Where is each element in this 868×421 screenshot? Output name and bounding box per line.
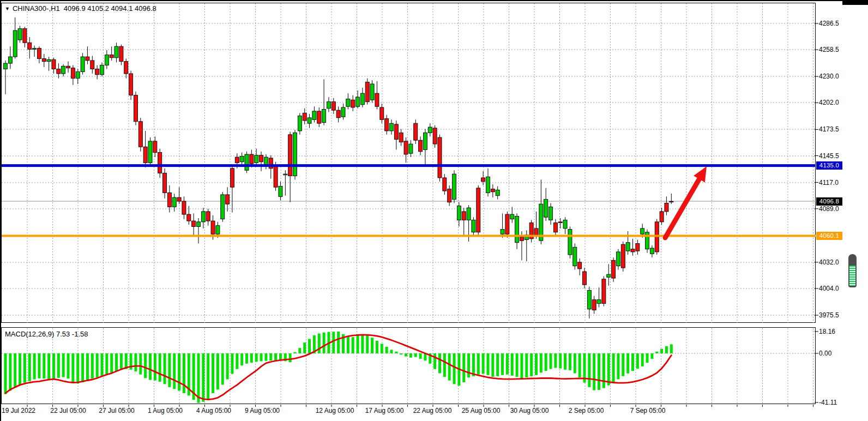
candle-body — [660, 212, 664, 222]
macd-histogram-bar — [308, 339, 311, 353]
macd-histogram-bar — [607, 353, 610, 386]
candle-body — [612, 260, 616, 278]
candle-body — [23, 28, 27, 43]
macd-histogram-bar — [9, 353, 11, 391]
macd-histogram-bar — [38, 353, 40, 378]
macd-histogram-bar — [33, 353, 36, 380]
candle-body — [370, 84, 374, 100]
price-axis-label: 4145.5 — [819, 152, 839, 160]
macd-histogram-bar — [636, 353, 639, 369]
macd-histogram-bar — [545, 353, 547, 371]
candle-body — [409, 144, 413, 153]
macd-histogram-bar — [120, 353, 123, 370]
macd-histogram-bar — [482, 353, 485, 374]
price-axis-label: 4032.0 — [819, 258, 839, 266]
candle-body — [390, 123, 394, 131]
macd-histogram-bar — [23, 353, 26, 383]
macd-histogram-bar — [631, 353, 634, 371]
macd-histogram-bar — [390, 350, 393, 353]
candle-body — [626, 243, 630, 251]
macd-histogram-bar — [487, 353, 490, 375]
candle-body — [520, 237, 523, 240]
candle-body — [341, 107, 345, 117]
chart-canvas: 4286.54258.54230.04202.04173.54145.54117… — [0, 0, 868, 421]
candle-body — [76, 72, 80, 79]
candle-body — [592, 300, 596, 310]
support-line[interactable] — [2, 234, 816, 237]
collapse-triangle-icon[interactable]: ▼ — [5, 6, 10, 11]
candle-body — [597, 300, 601, 304]
candle-body — [86, 57, 89, 61]
macd-histogram-bar — [617, 353, 619, 380]
candle-body — [385, 119, 389, 131]
macd-histogram-bar — [269, 353, 272, 360]
macd-histogram-bar — [212, 353, 214, 393]
scrollbar-thumb[interactable] — [848, 254, 857, 287]
macd-histogram-bar — [4, 353, 7, 394]
candle-body — [317, 111, 321, 123]
candle-body — [91, 61, 94, 69]
macd-histogram-bar — [650, 353, 653, 359]
time-axis-label: 22 Aug 05:00 — [413, 407, 452, 414]
macd-histogram-bar — [337, 332, 340, 353]
macd-histogram-bar — [144, 353, 147, 378]
candle-body — [477, 188, 480, 232]
macd-histogram-bar — [622, 353, 624, 376]
candle-body — [100, 65, 104, 75]
price-axis-label: 4173.5 — [819, 125, 839, 133]
macd-histogram-bar — [216, 353, 219, 389]
candle-body — [33, 49, 37, 50]
macd-histogram-bar — [96, 353, 99, 377]
macd-histogram-bar — [159, 353, 161, 382]
macd-histogram-bar — [347, 336, 349, 353]
resistance-line[interactable] — [2, 164, 816, 167]
candle-body — [443, 178, 447, 191]
macd-histogram-bar — [569, 353, 571, 370]
candle-body — [206, 212, 210, 221]
candle-body — [356, 97, 360, 106]
macd-histogram-bar — [318, 334, 321, 353]
candle-body — [501, 230, 504, 234]
resistance-price-badge: 4135.0 — [816, 161, 842, 170]
macd-histogram-bar — [303, 342, 306, 353]
candle-body — [534, 228, 538, 235]
candle-body — [549, 207, 553, 220]
macd-histogram-bar — [641, 353, 644, 366]
macd-histogram-bar — [357, 335, 359, 353]
macd-histogram-bar — [240, 353, 243, 365]
candle-body — [491, 189, 495, 192]
macd-histogram-bar — [164, 353, 166, 384]
candle-body — [245, 154, 249, 170]
macd-histogram-bar — [385, 347, 388, 353]
candle-body — [148, 141, 152, 163]
candle-body — [211, 221, 215, 234]
candle-body — [428, 127, 432, 133]
candle-body — [81, 57, 85, 72]
macd-histogram-bar — [81, 353, 84, 382]
macd-histogram-bar — [626, 353, 629, 374]
price-axis-label: 4202.0 — [819, 99, 839, 106]
macd-histogram-bar — [323, 333, 326, 353]
macd-histogram-bar — [443, 353, 446, 377]
chart-title: ▼CHINA300-,H1 4096.9 4105.2 4094.1 4096.… — [5, 4, 156, 13]
candle-body — [303, 113, 306, 121]
macd-histogram-bar — [593, 353, 595, 390]
candle-body — [279, 186, 282, 196]
macd-histogram-bar — [110, 353, 113, 372]
candle-body — [558, 222, 562, 223]
macd-histogram-bar — [255, 353, 258, 362]
candle-body — [110, 55, 113, 58]
macd-histogram-bar — [467, 353, 470, 377]
candle-body — [346, 99, 350, 106]
candle-body — [13, 31, 17, 57]
candle-body — [119, 46, 123, 62]
candle-body — [201, 212, 205, 222]
trend-arrow-shaft[interactable] — [665, 176, 701, 238]
macd-histogram-bar — [501, 353, 504, 375]
candle-body — [250, 154, 254, 164]
candle-body — [274, 166, 278, 188]
macd-histogram-bar — [578, 353, 581, 377]
macd-histogram-bar — [433, 353, 436, 369]
macd-histogram-bar — [361, 335, 364, 353]
candle-body — [336, 110, 340, 118]
